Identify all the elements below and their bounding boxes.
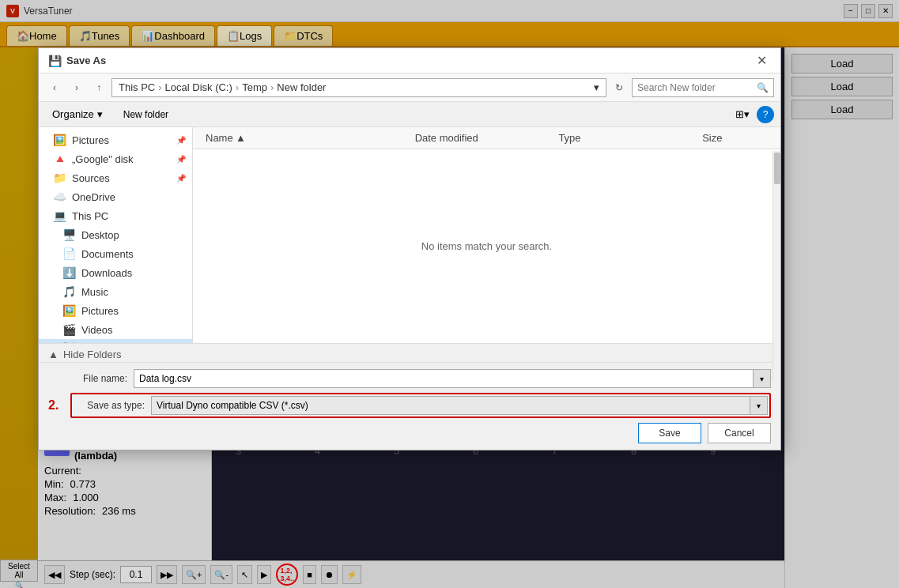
dialog-title-bar: 💾 Save As ✕	[39, 48, 780, 74]
save-type-input-wrap: ▾	[151, 396, 768, 415]
nav-item-sources[interactable]: 📁 Sources 📌	[39, 168, 192, 187]
dialog-toolbar: ‹ › ↑ This PC › Local Disk (C:) › Temp ›…	[39, 74, 780, 102]
save-type-dropdown[interactable]: ▾	[750, 396, 768, 415]
nav-item-videos[interactable]: 🎬 Videos	[39, 320, 192, 339]
pictures-icon: 🖼️	[51, 134, 67, 146]
refresh-button[interactable]: ↻	[610, 78, 629, 97]
col-name-sort-icon: ▲	[236, 132, 246, 144]
breadcrumb-localdisk: Local Disk (C:)	[165, 81, 232, 93]
nav-item-documents[interactable]: 📄 Documents	[39, 244, 192, 263]
dialog-title-text: Save As	[66, 55, 752, 66]
filename-label: File name:	[48, 373, 127, 384]
sources-icon: 📁	[51, 172, 67, 184]
nav-item-downloads-label: Downloads	[81, 267, 132, 279]
nav-item-this-pc[interactable]: 💻 This PC	[39, 206, 192, 225]
nav-item-google-disk[interactable]: 🔺 „Google" disk 📌	[39, 149, 192, 168]
filename-input[interactable]	[134, 369, 754, 388]
nav-item-sources-label: Sources	[72, 172, 110, 184]
navigation-panel: 🖼️ Pictures 📌 🔺 „Google" disk 📌 📁 Source…	[39, 127, 193, 343]
nav-item-google-disk-label: „Google" disk	[72, 153, 134, 165]
new-folder-button[interactable]: New folder	[116, 106, 176, 123]
nav-item-videos-label: Videos	[81, 324, 113, 336]
pin-icon: 📌	[176, 136, 186, 145]
breadcrumb-thispc: This PC	[119, 81, 155, 93]
search-box[interactable]: 🔍	[632, 78, 774, 97]
back-button[interactable]: ‹	[45, 78, 64, 97]
file-list-header: Name ▲ Date modified Type Size	[193, 127, 780, 149]
col-header-size[interactable]: Size	[696, 132, 774, 144]
onedrive-icon: ☁️	[51, 190, 67, 203]
step-number-2: 2.	[48, 398, 64, 413]
search-input[interactable]	[637, 82, 757, 93]
file-list-content: No items match your search.	[193, 149, 780, 343]
cancel-button[interactable]: Cancel	[708, 423, 771, 443]
nav-item-documents-label: Documents	[81, 248, 134, 260]
file-list: Name ▲ Date modified Type Size No items …	[193, 127, 780, 343]
nav-item-pictures-pc-label: Pictures	[81, 305, 119, 317]
this-pc-icon: 💻	[51, 209, 67, 222]
save-as-dialog: 💾 Save As ✕ ‹ › ↑ This PC › Local Disk (…	[38, 47, 781, 450]
hide-folders-label: Hide Folders	[63, 349, 122, 360]
up-button[interactable]: ↑	[89, 78, 108, 97]
col-name-label: Name	[206, 132, 233, 144]
col-header-date[interactable]: Date modified	[409, 132, 553, 144]
nav-item-onedrive-label: OneDrive	[72, 191, 115, 203]
save-button[interactable]: Save	[638, 423, 701, 443]
organize-label: Organize	[52, 108, 94, 120]
help-button[interactable]: ?	[757, 106, 774, 123]
dialog-action-bar: Organize ▾ New folder ⊞▾ ?	[39, 102, 780, 127]
dialog-title-icon: 💾	[48, 55, 62, 67]
save-as-type-label: Save as type:	[74, 400, 145, 411]
pin-icon-2: 📌	[176, 155, 186, 164]
empty-message: No items match your search.	[421, 240, 552, 252]
save-type-highlight-box: Save as type: ▾	[70, 393, 771, 418]
desktop-icon: 🖥️	[61, 228, 77, 241]
dialog-buttons: Save Cancel	[48, 423, 771, 443]
col-header-type[interactable]: Type	[552, 132, 696, 144]
dialog-footer: File name: ▾ 2. Save as type: ▾ Save Can…	[39, 362, 780, 450]
organize-arrow: ▾	[97, 108, 103, 120]
breadcrumb-newfolder: New folder	[277, 81, 326, 93]
nav-item-music[interactable]: 🎵 Music	[39, 282, 192, 301]
nav-item-pictures-quick[interactable]: 🖼️ Pictures 📌	[39, 130, 192, 149]
save-as-type-row: 2. Save as type: ▾	[48, 393, 771, 418]
view-button[interactable]: ⊞▾	[731, 106, 754, 123]
breadcrumb-temp: Temp	[242, 81, 267, 93]
col-date-label: Date modified	[415, 132, 478, 144]
filename-input-wrap: ▾	[134, 369, 771, 388]
filename-row: File name: ▾	[48, 369, 771, 388]
col-type-label: Type	[558, 132, 580, 144]
downloads-icon: ⬇️	[61, 266, 77, 279]
music-icon: 🎵	[61, 285, 77, 298]
nav-item-onedrive[interactable]: ☁️ OneDrive	[39, 187, 192, 206]
search-icon: 🔍	[757, 82, 769, 93]
documents-icon: 📄	[61, 247, 77, 260]
google-disk-icon: 🔺	[51, 153, 67, 165]
nav-item-pictures-pc[interactable]: 🖼️ Pictures	[39, 301, 192, 320]
forward-button[interactable]: ›	[67, 78, 86, 97]
dialog-close-button[interactable]: ✕	[752, 51, 771, 70]
organize-button[interactable]: Organize ▾	[45, 106, 110, 123]
dialog-body: 🖼️ Pictures 📌 🔺 „Google" disk 📌 📁 Source…	[39, 127, 780, 343]
col-header-name[interactable]: Name ▲	[199, 132, 409, 144]
filename-dropdown[interactable]: ▾	[754, 369, 771, 388]
pictures-pc-icon: 🖼️	[61, 304, 77, 317]
save-as-type-input[interactable]	[151, 396, 750, 415]
nav-item-desktop[interactable]: 🖥️ Desktop	[39, 225, 192, 244]
hide-folders-row[interactable]: ▲ Hide Folders	[39, 343, 780, 362]
nav-item-pictures-label: Pictures	[72, 134, 109, 146]
pin-icon-3: 📌	[176, 174, 186, 183]
col-size-label: Size	[702, 132, 722, 144]
hide-folders-arrow: ▲	[48, 349, 59, 360]
nav-item-downloads[interactable]: ⬇️ Downloads	[39, 263, 192, 282]
nav-item-desktop-label: Desktop	[81, 229, 119, 241]
videos-icon: 🎬	[61, 323, 77, 336]
nav-item-music-label: Music	[81, 286, 108, 298]
nav-item-this-pc-label: This PC	[72, 210, 108, 222]
breadcrumb[interactable]: This PC › Local Disk (C:) › Temp › New f…	[111, 78, 606, 97]
